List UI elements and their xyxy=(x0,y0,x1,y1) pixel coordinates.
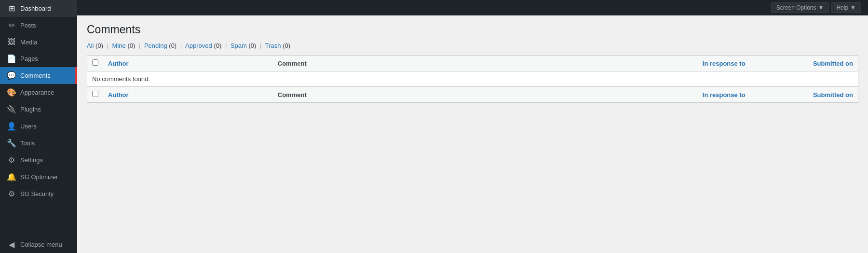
submitted-on-column-header[interactable]: Submitted on xyxy=(750,56,858,71)
sidebar-item-comments[interactable]: 💬 Comments xyxy=(0,67,77,84)
sidebar-item-sg-security[interactable]: ⚙ SG Security xyxy=(0,185,77,202)
select-all-checkbox-footer[interactable] xyxy=(92,91,98,97)
filter-mine-count: (0) xyxy=(127,42,135,49)
filter-all[interactable]: All xyxy=(87,42,94,49)
select-all-footer xyxy=(87,87,104,103)
help-arrow-icon: ▼ xyxy=(850,4,856,11)
sidebar-item-label: Dashboard xyxy=(20,5,51,12)
comment-column-header: Comment xyxy=(273,56,627,71)
select-all-header xyxy=(87,56,104,71)
posts-icon: ✏ xyxy=(7,21,16,30)
comments-table: Author Comment In response to Submitted … xyxy=(87,55,858,103)
sidebar-item-label: SG Security xyxy=(20,190,54,197)
sidebar-item-label: SG Optimizer xyxy=(20,173,58,181)
table-footer-row: Author Comment In response to Submitted … xyxy=(87,87,858,103)
appearance-icon: 🎨 xyxy=(7,88,16,97)
sg-security-icon: ⚙ xyxy=(7,189,16,198)
sidebar-item-label: Users xyxy=(20,123,37,130)
plugins-icon: 🔌 xyxy=(7,105,16,114)
filter-spam-count: (0) xyxy=(249,42,257,49)
settings-icon: ⚙ xyxy=(7,155,16,165)
filter-all-count: (0) xyxy=(95,42,103,49)
sidebar-item-tools[interactable]: 🔧 Tools xyxy=(0,135,77,152)
author-column-header[interactable]: Author xyxy=(103,56,273,71)
sidebar-item-pages[interactable]: 📄 Pages xyxy=(0,50,77,67)
no-comments-message: No comments found. xyxy=(87,71,858,87)
comment-footer-header: Comment xyxy=(273,87,627,103)
sidebar-item-label: Comments xyxy=(20,72,51,79)
screen-options-label: Screen Options xyxy=(776,4,816,11)
screen-options-button[interactable]: Screen Options ▼ xyxy=(771,2,829,13)
filter-links: All (0) | Mine (0) | Pending (0) | Appro… xyxy=(87,42,858,49)
filter-pending[interactable]: Pending xyxy=(144,42,167,49)
in-response-to-footer-header[interactable]: In response to xyxy=(627,87,750,103)
tools-icon: 🔧 xyxy=(7,139,16,148)
in-response-to-column-header[interactable]: In response to xyxy=(627,56,750,71)
screen-options-arrow-icon: ▼ xyxy=(818,4,824,11)
sidebar-item-settings[interactable]: ⚙ Settings xyxy=(0,152,77,169)
collapse-menu-button[interactable]: ◀ Collapse menu xyxy=(0,236,77,253)
sidebar-item-media[interactable]: 🖼 Media xyxy=(0,34,77,50)
filter-approved-count: (0) xyxy=(214,42,221,49)
main-content: Screen Options ▼ Help ▼ Comments All (0)… xyxy=(77,0,868,253)
filter-approved[interactable]: Approved xyxy=(185,42,212,49)
comments-icon: 💬 xyxy=(7,71,16,80)
no-comments-row: No comments found. xyxy=(87,71,858,87)
filter-spam[interactable]: Spam xyxy=(231,42,247,49)
help-label: Help xyxy=(836,4,848,11)
submitted-on-footer-header[interactable]: Submitted on xyxy=(750,87,858,103)
sidebar-item-users[interactable]: 👤 Users xyxy=(0,118,77,135)
filter-trash[interactable]: Trash xyxy=(265,42,281,49)
content-area: Comments All (0) | Mine (0) | Pending (0… xyxy=(77,15,868,253)
filter-pending-count: (0) xyxy=(169,42,176,49)
sidebar-item-plugins[interactable]: 🔌 Plugins xyxy=(0,101,77,118)
sidebar: ⊞ Dashboard ✏ Posts 🖼 Media 📄 Pages 💬 Co… xyxy=(0,0,77,253)
sidebar-item-posts[interactable]: ✏ Posts xyxy=(0,17,77,34)
sidebar-item-label: Settings xyxy=(20,156,43,164)
sidebar-item-label: Posts xyxy=(20,22,36,29)
sidebar-item-label: Tools xyxy=(20,140,35,147)
filter-trash-count: (0) xyxy=(283,42,290,49)
sidebar-item-dashboard[interactable]: ⊞ Dashboard xyxy=(0,0,77,17)
select-all-checkbox[interactable] xyxy=(92,59,98,66)
topbar: Screen Options ▼ Help ▼ xyxy=(77,0,868,15)
sidebar-item-sg-optimizer[interactable]: 🔔 SG Optimizer xyxy=(0,169,77,185)
collapse-label: Collapse menu xyxy=(20,241,62,248)
page-title: Comments xyxy=(87,23,858,36)
table-header-row: Author Comment In response to Submitted … xyxy=(87,56,858,71)
media-icon: 🖼 xyxy=(7,38,16,46)
author-footer-header[interactable]: Author xyxy=(103,87,273,103)
collapse-icon: ◀ xyxy=(7,240,16,249)
sg-optimizer-icon: 🔔 xyxy=(7,172,16,182)
sidebar-item-appearance[interactable]: 🎨 Appearance xyxy=(0,84,77,101)
dashboard-icon: ⊞ xyxy=(7,4,16,13)
help-button[interactable]: Help ▼ xyxy=(831,2,861,13)
sidebar-item-label: Pages xyxy=(20,55,38,62)
sidebar-item-label: Appearance xyxy=(20,89,54,96)
sidebar-item-label: Media xyxy=(20,39,37,46)
filter-mine[interactable]: Mine xyxy=(112,42,126,49)
sidebar-item-label: Plugins xyxy=(20,106,41,113)
users-icon: 👤 xyxy=(7,122,16,131)
pages-icon: 📄 xyxy=(7,54,16,63)
